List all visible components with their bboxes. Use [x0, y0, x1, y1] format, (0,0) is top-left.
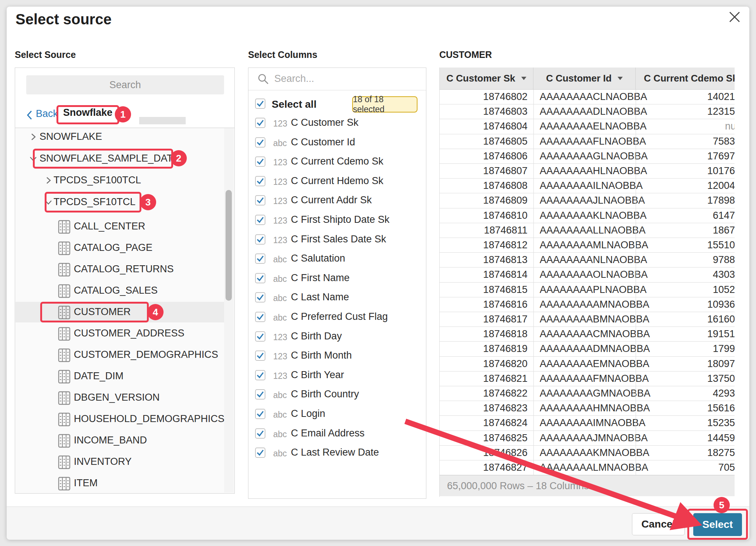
- scrollbar-thumb[interactable]: [226, 190, 232, 301]
- select-all-checkbox[interactable]: [255, 99, 265, 109]
- chevron-right-icon[interactable]: [29, 133, 37, 142]
- close-icon[interactable]: [727, 10, 742, 24]
- table-cell: 18746817: [440, 312, 533, 326]
- column-name-label: C Birth Day: [291, 331, 342, 342]
- column-checkbox[interactable]: [255, 389, 265, 400]
- tree-item-dbgen-version[interactable]: DBGEN_VERSION: [16, 387, 226, 408]
- column-name-label: C Birth Month: [291, 350, 352, 361]
- column-row-c-preferred-cust-flag: abcC Preferred Cust Flag: [248, 307, 426, 326]
- column-header-c-customer-sk[interactable]: C Customer Sk: [440, 68, 533, 90]
- tree-item-call-center[interactable]: CALL_CENTER: [16, 216, 226, 237]
- source-search-input[interactable]: Search: [26, 75, 224, 94]
- column-row-c-customer-sk: 123C Customer Sk: [248, 113, 426, 132]
- back-link[interactable]: Back: [36, 108, 58, 120]
- column-checkbox[interactable]: [255, 156, 265, 167]
- column-name-label: C First Name: [291, 272, 350, 284]
- tree-item-catalog-returns[interactable]: CATALOG_RETURNS: [16, 259, 226, 280]
- table-cell: AAAAAAAALLNAOBBA: [533, 223, 636, 238]
- table-cell: AAAAAAAAMLNAOBBA: [533, 238, 636, 252]
- tree-item-income-band[interactable]: INCOME_BAND: [16, 430, 226, 451]
- column-header-c-current-cdemo-sk[interactable]: C Current Cdemo Sk: [636, 68, 735, 90]
- column-menu-icon[interactable]: [618, 77, 623, 80]
- dialog-title: Select source: [16, 11, 111, 28]
- chevron-down-icon[interactable]: [29, 155, 37, 164]
- columns-panel: Search... Select all 18 of 18 selected 1…: [248, 68, 426, 499]
- tree-item-customer-address[interactable]: CUSTOMER_ADDRESS: [16, 323, 226, 344]
- column-row-c-first-sales-date-sk: 123C First Sales Date Sk: [248, 230, 426, 249]
- table-row: 18746814AAAAAAAAOLNAOBBA43034: [440, 267, 735, 282]
- select-button[interactable]: Select: [693, 513, 742, 536]
- tree-item-label: CATALOG_SALES: [74, 285, 158, 296]
- table-cell: 18746818: [440, 327, 533, 341]
- tree-item-snowflake-sample-data[interactable]: SNOWFLAKE_SAMPLE_DATA: [16, 148, 226, 169]
- redacted-connection-suffix: [139, 117, 186, 124]
- column-checkbox[interactable]: [255, 176, 265, 186]
- columns-search-input[interactable]: Search...: [248, 68, 426, 90]
- tree-item-inventory[interactable]: INVENTORY: [16, 452, 226, 472]
- dialog-footer: Cancel Select 5: [7, 507, 749, 540]
- table-cell: AAAAAAAAJMNAOBBA: [533, 431, 636, 445]
- column-checkbox[interactable]: [255, 370, 265, 380]
- table-cell: 140213: [636, 90, 735, 104]
- column-checkbox[interactable]: [255, 195, 265, 205]
- column-checkbox[interactable]: [255, 350, 265, 361]
- column-row-c-birth-year: 123C Birth Year: [248, 366, 426, 385]
- column-checkbox[interactable]: [255, 331, 265, 342]
- table-cell: 120043: [636, 179, 735, 193]
- column-checkbox[interactable]: [255, 273, 265, 283]
- column-checkbox[interactable]: [255, 118, 265, 128]
- chevron-right-icon[interactable]: [44, 176, 52, 186]
- table-row: 18746825AAAAAAAAJMNAOBBA144598: [440, 431, 735, 446]
- column-row-c-birth-country: abcC Birth Country: [248, 385, 426, 404]
- column-checkbox[interactable]: [255, 137, 265, 148]
- tree-item-customer[interactable]: CUSTOMER: [16, 302, 226, 322]
- table-cell: AAAAAAAAELNAOBBA: [533, 119, 636, 134]
- tree-item-catalog-page[interactable]: CATALOG_PAGE: [16, 238, 226, 258]
- table-cell: 42932: [636, 386, 735, 401]
- column-checkbox[interactable]: [255, 409, 265, 419]
- column-checkbox[interactable]: [255, 447, 265, 458]
- column-checkbox[interactable]: [255, 428, 265, 439]
- select-all-label: Select all: [272, 99, 316, 110]
- column-type-label: abc: [273, 449, 287, 459]
- tree-item-snowflake[interactable]: SNOWFLAKE: [16, 127, 226, 147]
- table-cell: AAAAAAAAPLNAOBBA: [533, 283, 636, 297]
- table-cell: 123152: [636, 104, 735, 119]
- column-name-label: C First Shipto Date Sk: [291, 214, 389, 225]
- column-name-label: C Customer Id: [291, 136, 355, 148]
- tree-item-tpcds-sf100tcl[interactable]: TPCDS_SF100TCL: [16, 170, 226, 191]
- tree-item-item[interactable]: ITEM: [16, 473, 226, 494]
- column-checkbox[interactable]: [255, 253, 265, 264]
- table-cell: 156165: [636, 401, 735, 415]
- table-icon: [58, 263, 71, 278]
- source-tree-scrollbar[interactable]: [224, 128, 234, 493]
- table-row: 18746826AAAAAAAAKMNAOBBA182759: [440, 446, 735, 460]
- table-cell: AAAAAAAAFLNAOBBA: [533, 134, 636, 149]
- table-cell: 18746825: [440, 431, 533, 445]
- tree-item-date-dim[interactable]: DATE_DIM: [16, 366, 226, 387]
- columns-search-placeholder: Search...: [274, 73, 314, 84]
- tree-item-catalog-sales[interactable]: CATALOG_SALES: [16, 280, 226, 301]
- source-panel: Search Back Snowflake - SNOWFLAKESNOWFLA…: [15, 68, 235, 494]
- column-checkbox[interactable]: [255, 312, 265, 322]
- cancel-button[interactable]: Cancel: [632, 513, 685, 535]
- column-checkbox[interactable]: [255, 234, 265, 245]
- table-icon: [58, 220, 71, 235]
- table-cell: 18746810: [440, 208, 533, 223]
- column-menu-icon[interactable]: [521, 77, 526, 80]
- column-header-c-customer-id[interactable]: C Customer Id: [533, 68, 636, 90]
- chevron-down-icon[interactable]: [44, 198, 52, 208]
- tree-item-tpcds-sf10tcl[interactable]: TPCDS_SF10TCL: [16, 192, 226, 212]
- column-checkbox[interactable]: [255, 292, 265, 303]
- column-checkbox[interactable]: [255, 215, 265, 225]
- table-row: 18746808AAAAAAAAILNAOBBA120043: [440, 179, 735, 193]
- table-row: 18746811AAAAAAAALLNAOBBA18671: [440, 223, 735, 238]
- table-cell: 18746811: [440, 223, 533, 238]
- tree-item-customer-demographics[interactable]: CUSTOMER_DEMOGRAPHICS: [16, 345, 226, 365]
- table-cell: 191515: [636, 327, 735, 341]
- column-type-label: abc: [273, 313, 287, 323]
- tree-item-household-demographics[interactable]: HOUSEHOLD_DEMOGRAPHICS: [16, 409, 226, 429]
- table-cell: AAAAAAAAGMNAOBBA: [533, 386, 636, 401]
- table-row: 18746806AAAAAAAAGLNAOBBA176972: [440, 149, 735, 164]
- table-cell: AAAAAAAAHLNAOBBA: [533, 164, 636, 178]
